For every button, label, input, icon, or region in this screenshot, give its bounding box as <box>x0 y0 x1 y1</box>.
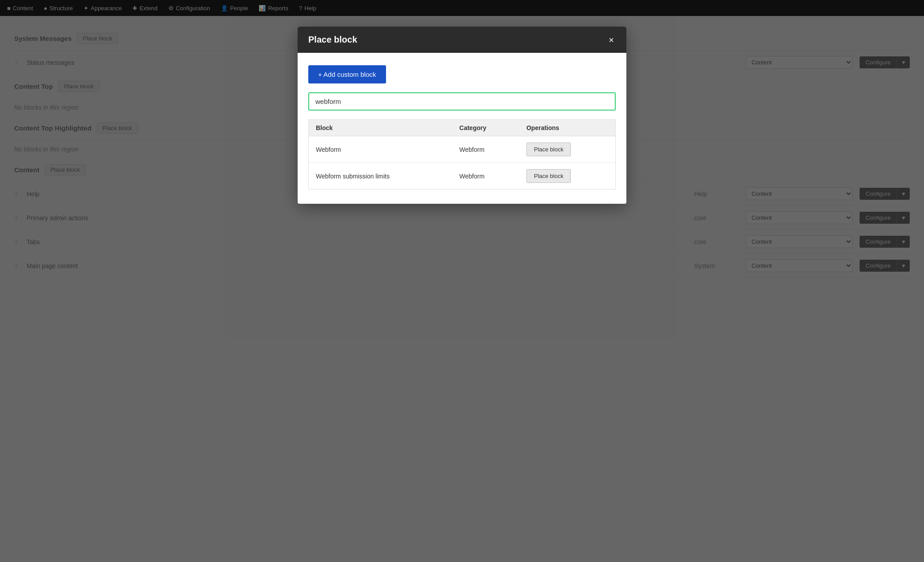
table-header-row: Block Category Operations <box>309 120 616 136</box>
add-custom-block-button[interactable]: + Add custom block <box>308 65 386 83</box>
modal-header: Place block × <box>298 27 626 53</box>
table-row: Webform Webform Place block <box>309 136 616 163</box>
search-input[interactable] <box>308 92 616 111</box>
col-category: Category <box>452 120 519 136</box>
block-cell-webform-submission: Webform submission limits <box>309 163 453 190</box>
col-block: Block <box>309 120 453 136</box>
table-row: Webform submission limits Webform Place … <box>309 163 616 190</box>
col-operations: Operations <box>519 120 616 136</box>
modal-body: + Add custom block Block Category Operat… <box>298 53 626 204</box>
place-block-webform-submission-button[interactable]: Place block <box>526 169 571 183</box>
blocks-table: Block Category Operations Webform Webfor… <box>308 119 616 190</box>
place-block-webform-button[interactable]: Place block <box>526 142 571 156</box>
category-cell-webform-submission: Webform <box>452 163 519 190</box>
modal-overlay: Place block × + Add custom block Block C… <box>0 0 924 562</box>
category-cell-webform: Webform <box>452 136 519 163</box>
place-block-modal: Place block × + Add custom block Block C… <box>298 27 626 204</box>
operations-cell-webform: Place block <box>519 136 616 163</box>
block-cell-webform: Webform <box>309 136 453 163</box>
modal-title: Place block <box>308 35 357 45</box>
modal-close-button[interactable]: × <box>607 36 616 44</box>
operations-cell-webform-submission: Place block <box>519 163 616 190</box>
